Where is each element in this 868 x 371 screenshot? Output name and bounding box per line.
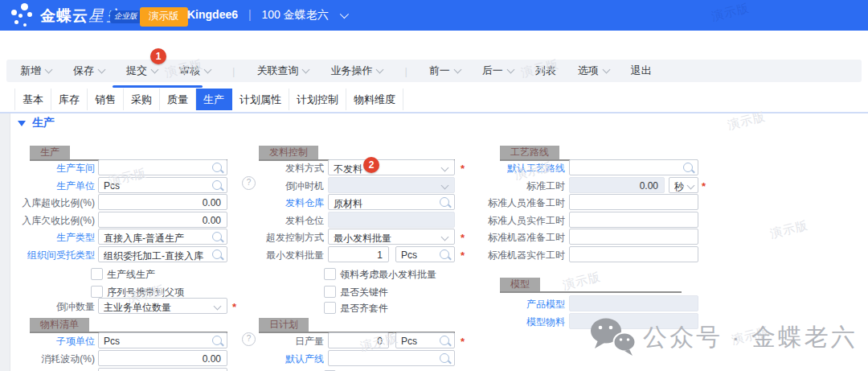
consume-fluctuation-label: 消耗波动(%) [0,352,95,366]
daily-output-label: 日产量 [225,335,324,348]
chevron-down-icon [214,303,222,311]
min-issue-batch-label: 最小发料批量 [225,249,324,262]
product-model-label[interactable]: 产品模型 [450,298,565,311]
production-type-input[interactable]: 直接入库-普通生产 [98,229,227,245]
default-line-label[interactable]: 默认产线 [225,352,324,366]
column-process-route: 工艺路线 默认工艺路线 标准工时 0.00 秒 * 标准人员准备工时 标准人员实… [450,0,715,371]
required-marker: * [702,180,706,192]
chevron-down-icon [441,182,449,190]
backflush-qty-select[interactable]: 主业务单位数量 [98,298,227,314]
under-receipt-label: 入库欠收比例(%) [0,214,95,228]
loss-rate-input[interactable]: 0.00 [98,368,227,371]
search-icon [212,249,222,259]
group-daily-plan: 日计划 [259,316,455,333]
search-icon [212,180,222,190]
group-title: 工艺路线 [500,146,559,159]
std-person-prep-input[interactable] [569,194,698,210]
search-icon [440,197,449,207]
entrust-type-input[interactable]: 组织委托加工-直接入库 [98,246,227,262]
search-icon [440,249,449,259]
wechat-account-watermark: 公众号 · 金蝶老六 [643,321,858,354]
search-icon [440,353,449,363]
callout-badge-2: 2 [363,157,379,173]
issue-mode-select[interactable]: 不发料 [328,159,455,175]
standard-hours-label: 标准工时 [450,179,565,193]
wechat-icon [589,317,637,361]
default-route-label[interactable]: 默认工艺路线 [450,162,565,175]
workshop-label[interactable]: 生产车间 [0,162,95,175]
group-process-route: 工艺路线 [500,144,698,161]
issue-mode-label: 发料方式 [225,162,324,175]
std-machine-work-label: 标准机器实作工时 [450,249,565,262]
checkbox-label: 是否齐套件 [340,302,388,315]
search-icon [212,336,222,345]
over-receipt-input[interactable]: 0.00 [98,194,227,210]
production-unit-input[interactable]: Pcs [98,177,227,193]
daily-output-input[interactable]: 0 [328,332,389,348]
column-production: 生产 生产车间 生产单位 Pcs 入库超收比例(%) 0.00 入库欠收比例(%… [0,0,241,371]
search-icon [440,336,449,345]
group-model: 模型 [500,276,682,293]
production-unit-label[interactable]: 生产单位 [0,179,95,193]
serial-to-parent-checkbox[interactable] [91,286,103,298]
entrust-type-label[interactable]: 组织间受托类型 [0,249,95,262]
help-icon[interactable] [242,176,256,190]
standard-hours-unit-select[interactable]: 秒 [669,177,698,193]
watermark: 演示版 [768,217,809,241]
backflush-time-label: 倒冲时机 [225,179,324,193]
over-receipt-label: 入库超收比例(%) [0,196,95,210]
issue-bin-label: 发料仓位 [225,214,324,228]
default-line-input[interactable] [328,350,455,366]
over-issue-control-select[interactable]: 最小发料批量 [328,229,455,245]
checkbox-label: 领料考虑最小发料批量 [340,268,436,282]
callout-badge-1: 1 [150,48,166,64]
workshop-input[interactable] [98,159,227,175]
search-icon [212,163,222,172]
backflush-qty-label: 倒冲数量 [0,300,95,314]
child-unit-input[interactable]: Pcs [98,332,227,348]
consume-fluctuation-input[interactable]: 0.00 [98,350,227,366]
column-issue-control: 发料控制 发料方式 不发料 * 倒冲时机 发料仓库 原材料 发料仓位 超发控制方… [225,0,466,371]
group-title: 生产 [30,146,70,159]
issue-bin-input [328,212,455,228]
min-issue-batch-input[interactable]: 1 [328,246,389,262]
model-material-label[interactable]: 模型物料 [450,315,565,329]
group-production: 生产 [30,144,227,161]
key-part-checkbox[interactable] [324,286,336,298]
group-title: 模型 [500,278,540,291]
default-route-input[interactable] [569,159,698,175]
search-icon [212,232,222,241]
chevron-down-icon [441,164,449,172]
chevron-down-icon [687,182,695,190]
under-receipt-input[interactable]: 0.00 [98,212,227,228]
group-bom: 物料清单 [30,316,227,333]
daily-output-unit-input[interactable]: Pcs [395,332,455,348]
std-person-prep-label: 标准人员准备工时 [450,196,565,210]
group-issue-control: 发料控制 [259,144,455,161]
line-production-checkbox[interactable] [91,268,103,280]
over-issue-control-label: 超发控制方式 [225,231,324,245]
kit-part-checkbox[interactable] [324,302,336,314]
product-model-input [569,295,698,311]
std-person-work-input[interactable] [569,212,698,228]
watermark: 演示版 [710,0,751,24]
checkbox-label: 是否关键件 [340,286,388,299]
consider-min-batch-checkbox[interactable] [324,268,336,280]
issue-warehouse-input[interactable]: 原材料 [328,194,455,210]
group-title: 日计划 [259,318,309,332]
chevron-down-icon [441,233,449,241]
help-icon[interactable] [242,332,256,346]
search-icon [683,163,693,172]
issue-warehouse-label[interactable]: 发料仓库 [225,196,324,210]
production-type-label[interactable]: 生产类型 [0,231,95,245]
checkbox-label: 生产线生产 [107,268,155,282]
std-person-work-label: 标准人员实作工时 [450,214,565,228]
std-machine-work-input[interactable] [569,246,698,262]
min-issue-batch-unit-input[interactable]: Pcs [395,246,455,262]
group-title: 发料控制 [259,146,318,159]
child-unit-label[interactable]: 子项单位 [0,335,95,348]
group-title: 物料清单 [30,318,89,332]
std-machine-prep-input[interactable] [569,229,698,245]
std-machine-prep-label: 标准机器准备工时 [450,231,565,245]
standard-hours-input: 0.00 [569,177,665,193]
